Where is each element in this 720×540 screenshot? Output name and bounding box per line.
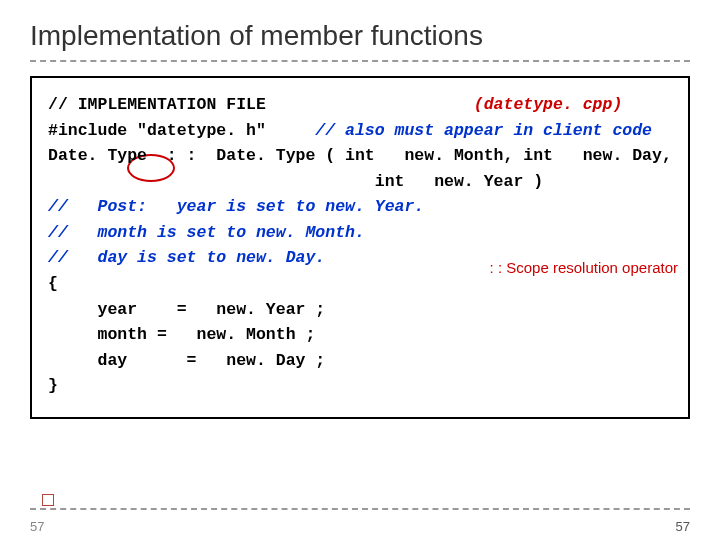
code-line: day = new. Day ;	[48, 348, 672, 374]
slide-title: Implementation of member functions	[30, 20, 690, 52]
page-number-right: 57	[676, 519, 690, 534]
title-divider	[30, 60, 690, 62]
code-box: // IMPLEMENTATION FILE (datetype. cpp) #…	[30, 76, 690, 419]
footer-divider	[30, 508, 690, 510]
comment-text: (datetype. cpp)	[474, 95, 623, 114]
comment-line: // month is set to new. Month.	[48, 220, 672, 246]
code-line: year = new. Year ;	[48, 297, 672, 323]
comment-line: // Post: year is set to new. Year.	[48, 194, 672, 220]
code-line: #include "datetype. h" // also must appe…	[48, 118, 672, 144]
code-line: }	[48, 373, 672, 399]
annotation-text: : : Scope resolution operator	[490, 256, 678, 279]
slide: Implementation of member functions // IM…	[0, 0, 720, 540]
footer	[30, 508, 690, 516]
code-line: int new. Year )	[48, 169, 672, 195]
code-line: Date. Type : : Date. Type ( int new. Mon…	[48, 143, 672, 169]
code-text: // IMPLEMENTATION FILE	[48, 95, 474, 114]
code-line: // IMPLEMENTATION FILE (datetype. cpp)	[48, 92, 672, 118]
footer-marker-icon	[42, 494, 54, 506]
code-line: month = new. Month ;	[48, 322, 672, 348]
comment-text: // also must appear in client code	[315, 121, 652, 140]
code-text: #include "datetype. h"	[48, 121, 315, 140]
page-number-left: 57	[30, 519, 44, 534]
